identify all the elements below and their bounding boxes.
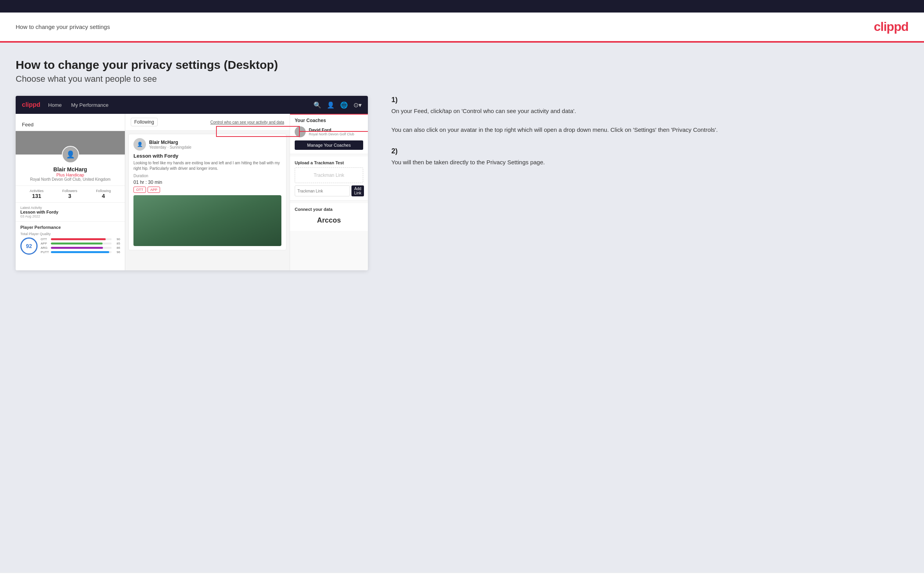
step2-text: You will then be taken directly to the P… [391,158,908,167]
footer: Copyright Clippd 2022 [0,573,924,577]
post-badges: OTT APP [133,187,281,193]
post-location: Yesterday · Sunningdale [149,145,191,149]
step1-text: On your Feed, click/tap on 'Control who … [391,106,908,135]
page-subheading: Choose what you want people to see [16,74,908,84]
latest-activity: Latest Activity Lesson with Fordy 03 Aug… [16,203,125,221]
latest-lesson: Lesson with Fordy [20,210,120,214]
clippd-logo: clippd [874,20,908,34]
activities-value: 131 [30,193,44,199]
instruction-step2: 2) You will then be taken directly to th… [391,147,908,167]
instructions: 1) On your Feed, click/tap on 'Control w… [384,96,908,180]
badge-app: APP [148,187,160,193]
app-label: APP [41,242,49,245]
app-value: 85 [113,242,120,245]
post-image [133,195,281,246]
app-logo: clippd [22,101,40,108]
quality-label: Total Player Quality [20,232,120,236]
header-title: How to change your privacy settings [16,23,110,30]
arg-track [51,247,112,249]
following-value: 4 [96,193,111,199]
profile-club: Royal North Devon Golf Club, United King… [20,177,120,182]
connect-section: Connect your data Arccos [290,203,368,231]
putt-track [51,251,112,253]
ott-value: 90 [113,237,120,241]
manage-coaches-button[interactable]: Manage Your Coaches [295,140,363,150]
arg-value: 86 [113,246,120,250]
header: How to change your privacy settings clip… [0,13,924,42]
bar-putt: PUTT 96 [41,250,120,254]
add-link-button[interactable]: Add Link [351,185,364,196]
profile-cover: 👤 [16,131,125,155]
globe-icon[interactable]: 🌐 [340,101,348,109]
post-avatar: 👤 [133,138,146,151]
following-button[interactable]: Following [131,118,158,126]
nav-my-performance[interactable]: My Performance [71,102,108,108]
nav-links: Home My Performance [48,102,108,108]
bar-arg: ARG 86 [41,246,120,250]
annotation-arrow [300,128,368,136]
avatar-icon[interactable]: ⊙▾ [353,101,362,109]
ott-label: OTT [41,237,49,241]
quality-row: 92 OTT 90 APP [20,237,120,255]
feed-area: Following Control who can see your activ… [125,114,290,270]
following-label: Following [96,189,111,193]
instruction-step1: 1) On your Feed, click/tap on 'Control w… [391,96,908,135]
followers-label: Followers [62,189,77,193]
arccos-logo: Arccos [295,214,363,227]
feed-header: Following Control who can see your activ… [125,114,290,131]
arg-fill [51,247,103,249]
privacy-link[interactable]: Control who can see your activity and da… [211,120,284,124]
trackman-input[interactable] [295,185,350,196]
person-icon[interactable]: 👤 [327,101,335,109]
app-nav: clippd Home My Performance 🔍 👤 🌐 ⊙▾ [16,96,368,114]
post-title: Lesson with Fordy [133,153,281,159]
app-body: Feed 👤 Blair McHarg Plus Handicap Royal … [16,114,368,270]
latest-label: Latest Activity [20,206,120,210]
top-bar [0,0,924,13]
arg-label: ARG [41,246,49,250]
quality-score: 92 [20,237,38,255]
putt-label: PUTT [41,250,49,254]
post-image-inner [133,195,281,246]
nav-home[interactable]: Home [48,102,62,108]
profile-avatar: 👤 [62,146,79,163]
player-performance: Player Performance Total Player Quality … [16,221,125,258]
app-track [51,243,112,244]
left-sidebar: Feed 👤 Blair McHarg Plus Handicap Royal … [16,114,125,270]
main-content: How to change your privacy settings (Des… [0,43,924,573]
nav-icons: 🔍 👤 🌐 ⊙▾ [313,101,362,109]
following-stat: Following 4 [96,189,111,199]
ott-fill [51,238,106,240]
step2-number: 2) [391,147,908,155]
profile-info: Blair McHarg Plus Handicap Royal North D… [16,166,125,185]
search-icon[interactable]: 🔍 [313,101,321,109]
post-author-info: Blair McHarg Yesterday · Sunningdale [149,140,191,149]
step1-number: 1) [391,96,908,104]
post-card: 👤 Blair McHarg Yesterday · Sunningdale L… [128,134,286,250]
trackman-title: Upload a Trackman Test [295,160,363,165]
quality-bars: OTT 90 APP [41,237,120,255]
content-row: clippd Home My Performance 🔍 👤 🌐 ⊙▾ Feed [16,96,908,270]
post-description: Looking to feel like my hands are exitin… [133,160,281,171]
red-top-border [290,114,368,115]
connect-title: Connect your data [295,207,363,212]
right-sidebar: Your Coaches David Ford Royal North Devo… [290,114,368,270]
perf-title: Player Performance [20,225,120,230]
profile-name: Blair McHarg [20,166,120,173]
post-header: 👤 Blair McHarg Yesterday · Sunningdale [133,138,281,151]
coaches-title: Your Coaches [295,118,363,123]
badge-ott: OTT [133,187,146,193]
putt-value: 96 [113,250,120,254]
bar-app: APP 85 [41,242,120,245]
post-author-name: Blair McHarg [149,140,191,145]
post-duration-label: Duration [133,174,281,178]
putt-fill [51,251,109,253]
activities-label: Activities [30,189,44,193]
feed-tab[interactable]: Feed [16,119,125,131]
app-screenshot: clippd Home My Performance 🔍 👤 🌐 ⊙▾ Feed [16,96,368,270]
ott-track [51,238,112,240]
post-duration-value: 01 hr : 30 min [133,180,281,185]
followers-stat: Followers 3 [62,189,77,199]
bar-ott: OTT 90 [41,237,120,241]
trackman-section: Upload a Trackman Test Trackman Link Add… [290,156,368,201]
